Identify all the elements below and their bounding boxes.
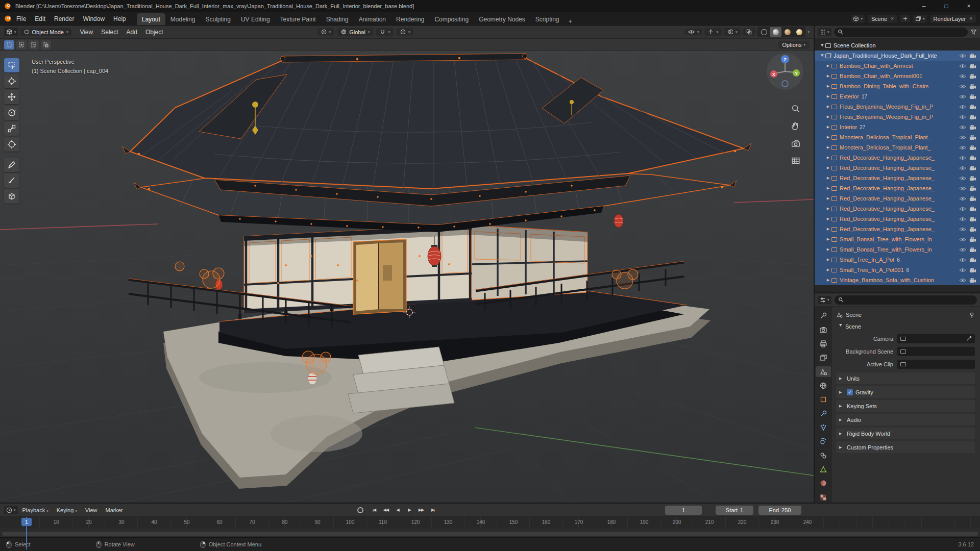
topbar-menu[interactable]: Window — [79, 14, 109, 24]
render-visibility-camera-icon[interactable] — [968, 124, 978, 130]
snap-toggle[interactable]: ▾ — [376, 28, 394, 36]
topbar-menu[interactable]: Help — [109, 14, 130, 24]
workspace-tab[interactable]: UV Editing — [236, 13, 275, 25]
outliner-item-row[interactable]: ▶ Ficus_Benjamina_Weeping_Fig_in_P — [815, 112, 980, 122]
outliner-item-row[interactable]: ▶ Bamboo_Chair_with_Armrest — [815, 61, 980, 71]
tab-output[interactable] — [816, 339, 831, 349]
outliner-editor-type-button[interactable]: ▾ — [818, 28, 831, 36]
outliner-item-row[interactable]: ▶ Bamboo_Chair_with_Armrest001 — [815, 71, 980, 81]
transport-button[interactable]: ▶ — [404, 507, 414, 513]
shading-material-button[interactable] — [781, 27, 793, 37]
expand-arrow-icon[interactable]: ▶ — [825, 74, 831, 78]
properties-section-header[interactable]: ▶ ✓ Gravity — [836, 386, 975, 398]
render-visibility-camera-icon[interactable] — [968, 237, 978, 242]
proportional-edit-button[interactable]: ▾ — [397, 28, 414, 36]
select-box-tool[interactable] — [4, 58, 19, 72]
scene-selector[interactable]: Scene × — [868, 15, 897, 23]
render-visibility-camera-icon[interactable] — [968, 165, 978, 171]
transport-button[interactable]: ▶| — [428, 507, 438, 513]
properties-section-header[interactable]: ▶ ✓ Keying Sets — [836, 400, 975, 412]
outliner-filter-icon[interactable] — [970, 29, 977, 35]
hide-eye-icon[interactable] — [958, 156, 968, 160]
hide-eye-icon[interactable] — [958, 217, 968, 221]
measure-tool[interactable] — [4, 173, 19, 188]
outliner-item-row[interactable]: ▶ Red_Decorative_Hanging_Japanese_ — [815, 214, 980, 224]
transport-button[interactable]: ▶▶ — [416, 507, 426, 513]
select-mode-extend-button[interactable] — [16, 40, 27, 49]
outliner-item-row[interactable]: ▶ Red_Decorative_Hanging_Japanese_ — [815, 173, 980, 183]
ortho-grid-icon[interactable] — [789, 154, 802, 167]
expand-arrow-icon[interactable]: ▶ — [825, 227, 831, 231]
cursor-tool[interactable] — [4, 74, 19, 88]
shading-rendered-button[interactable] — [793, 27, 805, 37]
workspace-tab[interactable]: Shading — [321, 13, 354, 25]
options-button[interactable]: Options ▾ — [778, 41, 810, 49]
expand-arrow-icon[interactable]: ▶ — [825, 207, 831, 211]
render-visibility-camera-icon[interactable] — [968, 94, 978, 99]
render-visibility-camera-icon[interactable] — [968, 155, 978, 161]
tab-constraints[interactable] — [816, 450, 831, 461]
render-visibility-camera-icon[interactable] — [968, 186, 978, 191]
workspace-tab[interactable]: Rendering — [391, 13, 429, 25]
render-visibility-camera-icon[interactable] — [968, 216, 978, 222]
expand-arrow-icon[interactable]: ▶ — [825, 247, 831, 252]
tab-material[interactable] — [816, 478, 831, 488]
outliner-item-row[interactable]: ▶ Monstera_Deliciosa_Tropical_Plant_ — [815, 132, 980, 142]
render-visibility-camera-icon[interactable] — [968, 176, 978, 181]
outliner-item-row[interactable]: ▶ Ficus_Benjamina_Weeping_Fig_in_P — [815, 102, 980, 112]
expand-arrow-icon[interactable]: ▶ — [825, 94, 831, 98]
hide-eye-icon[interactable] — [958, 125, 968, 130]
navigation-gizmo[interactable]: Z X Y — [766, 52, 804, 91]
tab-physics[interactable] — [816, 436, 831, 446]
hide-eye-icon[interactable] — [958, 74, 968, 79]
xray-toggle[interactable] — [743, 28, 755, 36]
outliner-item-row[interactable]: ▶ Red_Decorative_Hanging_Japanese_ — [815, 204, 980, 214]
outliner-item-row[interactable]: ▶ Bamboo_Dining_Table_with_Chairs_ — [815, 81, 980, 91]
maximize-button[interactable]: □ — [935, 0, 958, 12]
tab-world[interactable] — [816, 381, 831, 391]
pin-icon[interactable] — [969, 312, 975, 318]
timeline-menu[interactable]: Marker▾ — [102, 506, 126, 514]
render-visibility-camera-icon[interactable] — [968, 73, 978, 79]
shading-dropdown-icon[interactable]: ▾ — [807, 30, 810, 34]
expand-arrow-icon[interactable]: ▶ — [825, 84, 831, 88]
gizmos-toggle[interactable]: ▾ — [704, 28, 722, 36]
expand-arrow-icon[interactable]: ▶ — [825, 278, 831, 282]
viewport-menu[interactable]: View — [76, 27, 97, 37]
viewport-menu[interactable]: Select — [97, 27, 122, 37]
render-visibility-camera-icon[interactable] — [968, 196, 978, 202]
pan-hand-icon[interactable] — [789, 119, 802, 133]
overlays-toggle[interactable]: ▾ — [724, 28, 741, 36]
tab-render[interactable] — [816, 324, 831, 335]
hide-eye-icon[interactable] — [958, 207, 968, 211]
tab-modifiers[interactable] — [816, 409, 831, 419]
unlink-scene-icon[interactable]: × — [891, 16, 894, 21]
workspace-tab[interactable]: Scripting — [530, 13, 565, 25]
object-visibility-button[interactable]: ▾ — [684, 29, 703, 35]
expand-arrow-icon[interactable]: ▶ — [825, 268, 831, 272]
workspace-tab[interactable]: Animation — [354, 13, 391, 25]
view-layer-selector[interactable]: RenderLayer × — [930, 15, 976, 23]
render-visibility-camera-icon[interactable] — [968, 145, 978, 151]
expand-arrow-icon[interactable]: ▶ — [825, 186, 831, 190]
shading-wireframe-button[interactable] — [758, 27, 770, 37]
hide-eye-icon[interactable] — [958, 54, 968, 58]
viewport-menu[interactable]: Object — [141, 27, 167, 37]
workspace-tab[interactable]: Layout — [137, 13, 165, 25]
outliner-item-row[interactable]: ▶ Red_Decorative_Hanging_Japanese_ — [815, 224, 980, 234]
outliner-item-row[interactable]: ▶ Red_Decorative_Hanging_Japanese_ — [815, 183, 980, 193]
topbar-menu[interactable]: Render — [50, 14, 78, 24]
property-input[interactable] — [897, 347, 975, 356]
expand-arrow-icon[interactable]: ▶ — [825, 125, 831, 129]
timeline-ruler[interactable]: 10 20 30 40 50 60 70 80 90 10 — [0, 517, 980, 528]
expand-arrow-icon[interactable]: ▶ — [825, 135, 831, 139]
render-visibility-camera-icon[interactable] — [968, 63, 978, 69]
expand-arrow-icon[interactable]: ▶ — [825, 258, 831, 262]
viewport-canvas[interactable]: User Perspective (1) Scene Collection | … — [0, 51, 814, 503]
properties-section-header[interactable]: ▶ ✓ Audio — [836, 414, 975, 425]
scene-render[interactable] — [0, 51, 814, 503]
outliner-item-row[interactable]: ▶ Monstera_Deliciosa_Tropical_Plant_ — [815, 142, 980, 153]
property-input[interactable] — [897, 360, 975, 369]
tab-tool[interactable] — [816, 311, 831, 321]
gizmo-x-axis[interactable]: X — [772, 72, 775, 77]
